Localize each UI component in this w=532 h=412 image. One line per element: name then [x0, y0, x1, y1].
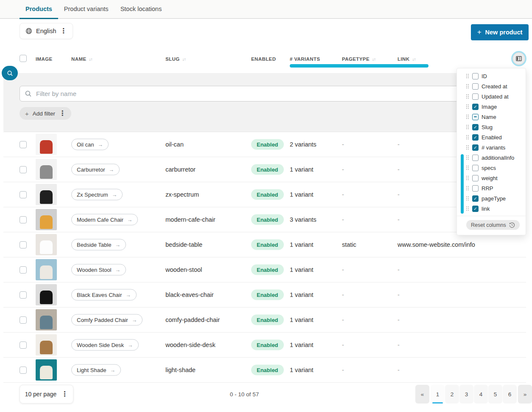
column-picker-item-specs[interactable]: specs: [457, 163, 526, 173]
column-picker-item-link[interactable]: link: [457, 203, 526, 214]
drag-handle-icon[interactable]: [466, 186, 469, 191]
pagetype-value: -: [342, 166, 344, 173]
row-checkbox[interactable]: [20, 316, 27, 324]
drag-handle-icon[interactable]: [466, 145, 469, 150]
add-filter-button[interactable]: + Add filter ⋮: [20, 107, 71, 120]
column-header-image: IMAGE: [36, 51, 53, 67]
row-checkbox[interactable]: [20, 266, 27, 274]
column-picker-button[interactable]: [512, 52, 525, 65]
drag-handle-icon[interactable]: [466, 84, 469, 89]
column-picker-item-name[interactable]: Name: [457, 112, 526, 122]
filter-by-name-input[interactable]: [20, 86, 523, 102]
column-picker-item-image[interactable]: Image: [457, 102, 526, 112]
pagetype-value: -: [342, 341, 344, 348]
product-name-link[interactable]: Bedside Table: [71, 239, 126, 251]
language-menu-icon[interactable]: ⋮: [60, 28, 67, 34]
drag-handle-icon[interactable]: [466, 165, 469, 170]
checkbox-checked[interactable]: [472, 134, 479, 141]
per-page-menu-icon[interactable]: ⋮: [61, 391, 68, 398]
drag-handle-icon[interactable]: [466, 94, 469, 99]
row-checkbox[interactable]: [20, 291, 27, 299]
column-header-name[interactable]: NAME: [71, 51, 92, 67]
column-picker-item-weight[interactable]: weight: [457, 173, 526, 183]
checkbox-unchecked[interactable]: [472, 93, 479, 100]
checkbox-unchecked[interactable]: [472, 83, 479, 90]
pagination-prev-button[interactable]: «: [415, 385, 429, 404]
product-name-link[interactable]: Wooden Side Desk: [71, 339, 139, 351]
drag-handle-icon[interactable]: [466, 155, 469, 160]
search-toggle-button[interactable]: [2, 66, 18, 80]
product-name-link[interactable]: Carburretor: [71, 164, 120, 175]
drag-handle-icon[interactable]: [466, 196, 469, 201]
arrow-right-icon: [98, 141, 103, 148]
pagination-page-6[interactable]: 6: [503, 385, 517, 404]
tab-product-variants[interactable]: Product variants: [58, 0, 115, 19]
column-header-slug[interactable]: SLUG: [165, 51, 186, 67]
sort-icon[interactable]: [182, 56, 186, 62]
column-picker-item-pagetype[interactable]: pageType: [457, 193, 526, 203]
checkbox-checked[interactable]: [472, 124, 479, 130]
pagination-page-4[interactable]: 4: [474, 385, 488, 404]
reset-columns-button[interactable]: Reset columns: [466, 220, 520, 230]
tab-stock-locations[interactable]: Stock locations: [115, 0, 168, 19]
product-name-link[interactable]: Comfy Padded Chair: [71, 314, 143, 326]
checkbox-checked[interactable]: [472, 144, 479, 151]
column-picker-item-variants[interactable]: # variants: [457, 142, 526, 152]
checkbox-unchecked[interactable]: [472, 73, 479, 79]
checkbox-unchecked[interactable]: [472, 155, 479, 161]
column-picker-item-created-at[interactable]: Created at: [457, 81, 526, 91]
product-name-link[interactable]: Oil can: [71, 139, 109, 150]
checkbox-checked[interactable]: [472, 195, 479, 202]
checkbox-checked[interactable]: [472, 206, 479, 212]
checkbox-checked[interactable]: [472, 104, 479, 110]
column-picker-item-updated-at[interactable]: Updated at: [457, 91, 526, 102]
column-picker-item-rrp[interactable]: RRP: [457, 183, 526, 193]
drag-handle-icon[interactable]: [466, 135, 469, 140]
column-picker-item-label: additionalInfo: [482, 155, 514, 161]
row-checkbox[interactable]: [20, 216, 27, 223]
drag-handle-icon[interactable]: [466, 206, 469, 211]
per-page-selector[interactable]: 10 per page ⋮: [20, 385, 73, 404]
sort-icon[interactable]: [89, 56, 92, 62]
pagination-page-2[interactable]: 2: [445, 385, 459, 404]
row-checkbox[interactable]: [20, 191, 27, 198]
per-page-label: 10 per page: [25, 391, 57, 398]
drag-handle-icon[interactable]: [466, 175, 469, 181]
sort-icon[interactable]: [372, 56, 375, 62]
column-picker-item-id[interactable]: ID: [457, 71, 526, 81]
checkbox-unchecked[interactable]: [472, 185, 479, 192]
product-name-link[interactable]: Zx Spectrum: [71, 189, 123, 200]
drag-handle-icon[interactable]: [466, 73, 469, 79]
drag-handle-icon[interactable]: [466, 104, 469, 109]
product-name-link[interactable]: Black Eaves Chair: [71, 289, 137, 301]
pagination-page-3[interactable]: 3: [459, 385, 473, 404]
table-body: Oil canoil-canEnabled2 variants--Carburr…: [3, 132, 526, 383]
row-checkbox[interactable]: [20, 341, 27, 349]
column-picker-item-slug[interactable]: Slug: [457, 122, 526, 132]
pagination-next-button[interactable]: »: [518, 385, 532, 404]
drag-handle-icon[interactable]: [466, 114, 469, 119]
drag-handle-icon[interactable]: [466, 124, 469, 130]
product-name-link[interactable]: Wooden Stool: [71, 264, 126, 276]
column-picker-item-additionalinfo[interactable]: additionalInfo: [457, 152, 526, 163]
product-image: [36, 134, 57, 155]
new-product-button[interactable]: + New product: [471, 24, 529, 40]
row-checkbox[interactable]: [20, 141, 27, 148]
pagination-page-5[interactable]: 5: [488, 385, 502, 404]
checkbox-unchecked[interactable]: [472, 175, 479, 181]
sort-icon[interactable]: [412, 56, 415, 62]
checkbox-indeterminate[interactable]: [472, 114, 479, 120]
select-all-checkbox[interactable]: [20, 55, 27, 62]
pagination-page-1[interactable]: 1: [431, 385, 445, 404]
row-checkbox[interactable]: [20, 367, 27, 374]
row-checkbox[interactable]: [20, 241, 27, 248]
add-filter-menu-icon[interactable]: ⋮: [59, 110, 66, 117]
column-picker-item-enabled[interactable]: Enabled: [457, 132, 526, 142]
row-checkbox[interactable]: [20, 166, 27, 173]
language-selector[interactable]: English ⋮: [20, 23, 73, 39]
checkbox-unchecked[interactable]: [472, 165, 479, 171]
product-name-link[interactable]: Light Shade: [71, 364, 121, 376]
product-name-link[interactable]: Modern Cafe Chair: [71, 214, 138, 226]
tab-products[interactable]: Products: [20, 0, 58, 19]
divider: [457, 216, 526, 216]
